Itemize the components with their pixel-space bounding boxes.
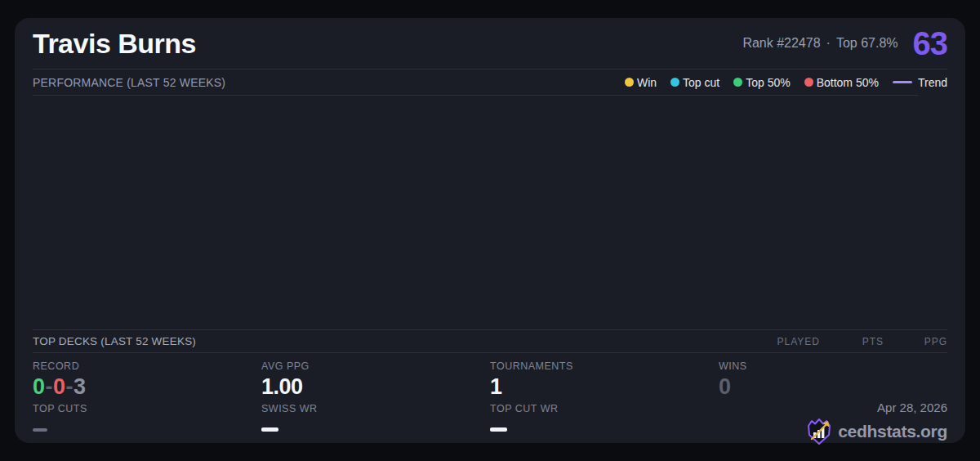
legend-item-top-cut: Top cut xyxy=(670,76,719,89)
record-separator: - xyxy=(66,374,74,399)
stat-top-cuts: TOP CUTS xyxy=(33,403,261,445)
performance-chart xyxy=(33,96,947,329)
column-header-ppg: PPG xyxy=(884,336,947,347)
page-title: Travis Burns xyxy=(33,28,196,60)
performance-title: PERFORMANCE (LAST 52 WEEKS) xyxy=(33,76,225,89)
record-value: 0-0-3 xyxy=(33,375,261,398)
avg-ppg-value: 1.00 xyxy=(261,375,490,398)
rank-separator: · xyxy=(826,36,831,50)
bottom50-dot-icon xyxy=(804,78,813,87)
swiss-wr-null-value xyxy=(261,427,278,432)
record-separator: - xyxy=(46,374,53,399)
stat-wins: WINS 0 xyxy=(719,360,947,403)
tournaments-value: 1 xyxy=(490,375,719,398)
stat-label: TOURNAMENTS xyxy=(490,360,719,372)
top-cut-wr-null-value xyxy=(490,427,507,432)
win-dot-icon xyxy=(625,78,634,87)
legend-item-trend: Trend xyxy=(893,76,947,89)
card-header: Travis Burns Rank #22478·Top 67.8% 63 xyxy=(33,18,947,69)
player-stats-card: Travis Burns Rank #22478·Top 67.8% 63 PE… xyxy=(15,18,965,443)
score-value: 63 xyxy=(913,25,948,62)
rank-number: Rank #22478 xyxy=(742,36,820,50)
stat-label: RECORD xyxy=(33,360,261,372)
brand-link[interactable]: cedhstats.org xyxy=(807,418,947,445)
legend-label: Trend xyxy=(918,76,947,89)
top50-dot-icon xyxy=(733,78,742,87)
performance-section-header: PERFORMANCE (LAST 52 WEEKS) Win Top cut … xyxy=(33,69,947,95)
stat-label: SWISS WR xyxy=(261,403,490,414)
date-text: Apr 28, 2026 xyxy=(877,401,947,414)
stat-label: AVG PPG xyxy=(261,360,490,372)
legend-label: Win xyxy=(637,76,657,89)
stat-label: WINS xyxy=(719,360,947,372)
rank-text: Rank #22478·Top 67.8% xyxy=(742,36,898,51)
legend-label: Bottom 50% xyxy=(817,76,879,89)
top-decks-title: TOP DECKS (LAST 52 WEEKS) xyxy=(33,335,196,347)
stat-swiss-wr: SWISS WR xyxy=(261,403,490,445)
stat-label: TOP CUT WR xyxy=(490,403,719,414)
legend-label: Top 50% xyxy=(746,76,790,89)
top-decks-header: TOP DECKS (LAST 52 WEEKS) PLAYED PTS PPG xyxy=(33,330,947,352)
stat-top-cut-wr: TOP CUT WR xyxy=(490,403,719,445)
legend-item-win: Win xyxy=(625,76,657,89)
top-cuts-null-value xyxy=(33,428,47,432)
record-draws: 3 xyxy=(74,374,86,399)
column-header-pts: PTS xyxy=(820,336,884,347)
card-footer: Apr 28, 2026 cedhstats.org xyxy=(719,401,947,445)
legend-item-bottom50: Bottom 50% xyxy=(804,76,879,89)
top-decks-columns: PLAYED PTS PPG xyxy=(756,336,947,347)
record-wins: 0 xyxy=(33,374,45,399)
top-cut-dot-icon xyxy=(670,78,679,87)
trend-line-icon xyxy=(893,81,912,83)
brand-text: cedhstats.org xyxy=(838,422,947,441)
legend-item-top50: Top 50% xyxy=(733,76,790,89)
chart-legend: Win Top cut Top 50% Bottom 50% Trend xyxy=(625,76,947,89)
top-percent: Top 67.8% xyxy=(836,36,898,50)
column-header-played: PLAYED xyxy=(756,336,820,347)
stats-grid: RECORD 0-0-3 AVG PPG 1.00 TOURNAMENTS 1 … xyxy=(33,353,947,445)
cedhstats-shield-logo-icon xyxy=(807,418,831,445)
record-losses: 0 xyxy=(53,374,65,399)
header-right: Rank #22478·Top 67.8% 63 xyxy=(742,25,947,62)
stat-avg-ppg: AVG PPG 1.00 xyxy=(261,360,490,403)
legend-label: Top cut xyxy=(683,76,719,89)
wins-value: 0 xyxy=(719,375,947,398)
stat-label: TOP CUTS xyxy=(33,403,261,414)
stat-tournaments: TOURNAMENTS 1 xyxy=(490,360,719,403)
stat-record: RECORD 0-0-3 xyxy=(33,360,261,403)
